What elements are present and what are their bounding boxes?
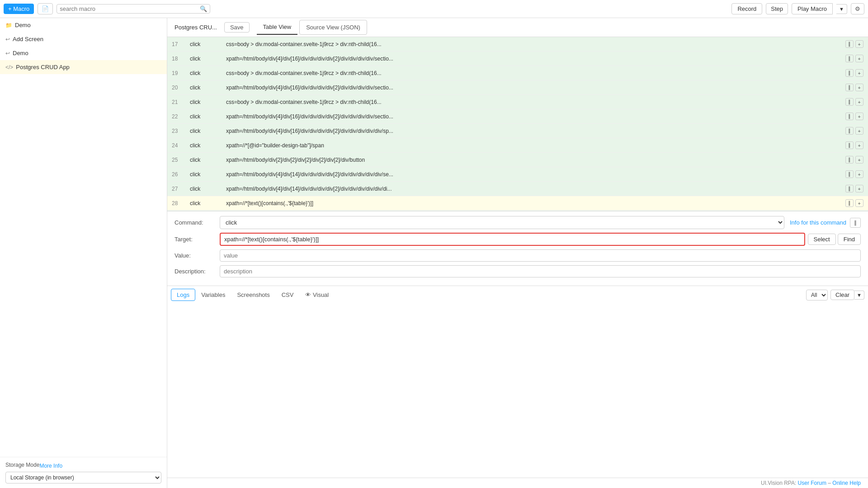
target-field-row: Target: Select Find xyxy=(175,233,861,246)
tab-source-view[interactable]: Source View (JSON) xyxy=(299,20,367,35)
row-actions: ∥ + xyxy=(845,141,863,149)
arrow-left-icon-2: ↩ xyxy=(5,50,10,56)
table-row[interactable]: 27 click xpath=/html/body/div[4]/div[14]… xyxy=(167,182,868,196)
row-target: xpath=//*[text()[contains(.,'${table}')]… xyxy=(226,200,842,206)
row-actions: ∥ + xyxy=(845,185,863,192)
table-row[interactable]: 24 click xpath=//*[@id="builder-design-t… xyxy=(167,138,868,153)
row-add-button[interactable]: + xyxy=(855,185,863,192)
info-for-command-link[interactable]: Info for this command xyxy=(790,219,846,226)
copy-button[interactable]: 📄 xyxy=(38,3,53,14)
tab-table-view[interactable]: Table View xyxy=(257,20,298,35)
table-row[interactable]: 21 click css=body > div.modal-container.… xyxy=(167,95,868,109)
table-row[interactable]: 18 click xpath=/html/body/div[4]/div[16]… xyxy=(167,52,868,66)
row-add-button[interactable]: + xyxy=(855,113,863,120)
tab-logs[interactable]: Logs xyxy=(171,289,195,301)
row-command: click xyxy=(190,171,226,178)
sidebar-item-postgres-crud[interactable]: </> Postgres CRUD App xyxy=(0,60,167,74)
row-actions: ∥ + xyxy=(845,69,863,77)
save-button[interactable]: Save xyxy=(224,22,250,33)
tab-variables[interactable]: Variables xyxy=(195,289,231,301)
table-row[interactable]: 22 click xpath=/html/body/div[4]/div[16]… xyxy=(167,109,868,124)
sidebar-footer: Storage Mode More Info Local Storage (in… xyxy=(0,457,167,488)
row-pause-button[interactable]: ∥ xyxy=(845,141,854,149)
row-actions: ∥ + xyxy=(845,55,863,62)
row-command: click xyxy=(190,70,226,76)
row-number: 27 xyxy=(172,186,190,192)
table-row[interactable]: 26 click xpath=/html/body/div[4]/div[14]… xyxy=(167,167,868,182)
step-button[interactable]: Step xyxy=(766,3,788,14)
table-row[interactable]: 17 click css=body > div.modal-container.… xyxy=(167,37,868,52)
row-pause-button[interactable]: ∥ xyxy=(845,113,854,120)
table-row[interactable]: 23 click xpath=/html/body/div[4]/div[16]… xyxy=(167,124,868,138)
online-help-link[interactable]: Online Help xyxy=(832,480,861,486)
eye-icon: 👁 xyxy=(305,291,311,298)
table-row[interactable]: 25 click xpath=/html/body/div[2]/div[2]/… xyxy=(167,153,868,167)
main-layout: 📁 Demo ↩ Add Screen ↩ Demo </> Postgres … xyxy=(0,18,868,488)
search-input[interactable] xyxy=(60,5,200,12)
clear-button[interactable]: Clear xyxy=(830,290,854,300)
value-field-row: Value: xyxy=(175,249,861,262)
row-add-button[interactable]: + xyxy=(855,98,863,106)
content-area: Postgres CRU... Save Table View Source V… xyxy=(167,18,868,488)
row-number: 21 xyxy=(172,99,190,105)
tab-csv[interactable]: CSV xyxy=(276,289,300,301)
sidebar-item-demo2[interactable]: ↩ Demo xyxy=(0,46,167,60)
sidebar-item-demo1[interactable]: 📁 Demo xyxy=(0,18,167,32)
row-number: 18 xyxy=(172,56,190,62)
storage-select[interactable]: Local Storage (in browser) xyxy=(5,472,161,483)
row-add-button[interactable]: + xyxy=(855,127,863,135)
settings-button[interactable]: ⚙ xyxy=(851,3,864,14)
row-number: 19 xyxy=(172,70,190,76)
row-target: css=body > div.modal-container.svelte-1j… xyxy=(226,99,842,105)
row-target: xpath=/html/body/div[2]/div[2]/div[2]/di… xyxy=(226,157,842,163)
record-button[interactable]: Record xyxy=(731,3,762,14)
pause-button[interactable]: ∥ xyxy=(850,218,861,228)
table-row[interactable]: 20 click xpath=/html/body/div[4]/div[16]… xyxy=(167,80,868,95)
row-add-button[interactable]: + xyxy=(855,84,863,91)
row-add-button[interactable]: + xyxy=(855,55,863,62)
select-button[interactable]: Select xyxy=(808,234,836,245)
app-title: Postgres CRU... xyxy=(171,24,221,31)
row-pause-button[interactable]: ∥ xyxy=(845,156,854,164)
row-pause-button[interactable]: ∥ xyxy=(845,84,854,91)
row-add-button[interactable]: + xyxy=(855,40,863,48)
search-icon: 🔍 xyxy=(200,5,207,12)
row-add-button[interactable]: + xyxy=(855,170,863,178)
sidebar-item-label: Postgres CRUD App xyxy=(16,64,70,70)
play-macro-button[interactable]: Play Macro xyxy=(792,3,833,14)
row-add-button[interactable]: + xyxy=(855,69,863,77)
row-pause-button[interactable]: ∥ xyxy=(845,55,854,62)
tab-screenshots[interactable]: Screenshots xyxy=(231,289,275,301)
row-pause-button[interactable]: ∥ xyxy=(845,127,854,135)
row-pause-button[interactable]: ∥ xyxy=(845,98,854,106)
row-pause-button[interactable]: ∥ xyxy=(845,185,854,192)
row-pause-button[interactable]: ∥ xyxy=(845,69,854,77)
row-add-button[interactable]: + xyxy=(855,199,863,207)
row-number: 22 xyxy=(172,113,190,120)
row-add-button[interactable]: + xyxy=(855,141,863,149)
row-add-button[interactable]: + xyxy=(855,156,863,164)
user-forum-link[interactable]: User Forum xyxy=(798,480,826,486)
command-panel: Command: click Info for this command ∥ T… xyxy=(167,211,868,286)
description-input[interactable] xyxy=(220,265,861,277)
row-actions: ∥ + xyxy=(845,84,863,91)
log-caret-button[interactable]: ▼ xyxy=(854,291,864,300)
target-input[interactable] xyxy=(220,233,805,246)
play-macro-caret[interactable]: ▼ xyxy=(836,4,847,14)
command-select[interactable]: click xyxy=(220,216,784,229)
row-pause-button[interactable]: ∥ xyxy=(845,199,854,207)
macro-button[interactable]: + Macro xyxy=(4,4,34,14)
row-command: click xyxy=(190,84,226,91)
row-pause-button[interactable]: ∥ xyxy=(845,170,854,178)
find-button[interactable]: Find xyxy=(838,234,861,245)
tab-visual[interactable]: 👁 Visual xyxy=(299,289,335,301)
folder-icon: 📁 xyxy=(5,22,12,28)
row-command: click xyxy=(190,113,226,120)
table-row[interactable]: 28 click xpath=//*[text()[contains(.,'${… xyxy=(167,196,868,211)
value-input[interactable] xyxy=(220,249,861,262)
sidebar-item-add-screen[interactable]: ↩ Add Screen xyxy=(0,32,167,46)
more-info-link[interactable]: More Info xyxy=(39,463,62,469)
row-pause-button[interactable]: ∥ xyxy=(845,40,854,48)
table-row[interactable]: 19 click css=body > div.modal-container.… xyxy=(167,66,868,80)
log-filter-select[interactable]: All xyxy=(806,290,828,300)
